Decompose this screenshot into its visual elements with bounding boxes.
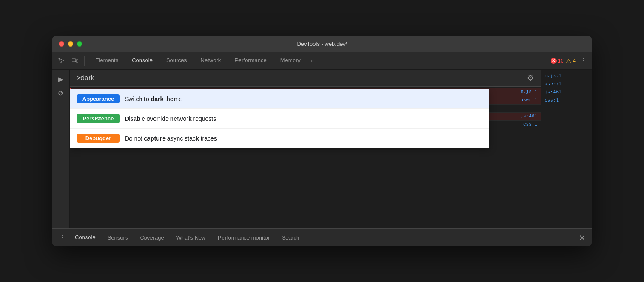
warning-count: 4 [573, 58, 576, 64]
device-toggle-button[interactable] [69, 55, 81, 67]
toolbar-divider [84, 56, 85, 66]
error-count: 10 [558, 58, 563, 64]
warning-count-badge[interactable]: ⚠ 4 [566, 57, 576, 64]
command-results-dropdown: Appearance Switch to dark theme Persiste… [70, 89, 489, 148]
left-panel: ▶ ⊘ [52, 70, 70, 228]
right-references-panel: m.js:1 user:1 js:461 css:1 [541, 70, 592, 228]
error-icon: ✕ [551, 58, 557, 64]
close-button[interactable] [59, 41, 64, 47]
gear-icon[interactable]: ⚙ [527, 73, 534, 83]
maximize-button[interactable] [77, 41, 82, 47]
tab-elements[interactable]: Elements [88, 52, 125, 70]
ref-item[interactable]: m.js:1 [541, 72, 592, 80]
title-bar: DevTools - web.dev/ [52, 36, 592, 52]
main-toolbar: Elements Console Sources Network Perform… [52, 52, 592, 70]
warning-icon: ⚠ [566, 57, 572, 64]
window-title: DevTools - web.dev/ [297, 41, 347, 47]
persistence-tag: Persistence [77, 114, 120, 123]
devtools-window: DevTools - web.dev/ Elements Console Sou… [52, 36, 592, 246]
persistence-result-text: Disable override network requests [125, 115, 216, 122]
error-count-badge[interactable]: ✕ 10 [551, 58, 563, 64]
console-line-source[interactable]: css:1 [523, 122, 537, 127]
svg-rect-0 [72, 59, 76, 62]
debugger-tag: Debugger [77, 134, 120, 143]
tab-network[interactable]: Network [194, 52, 228, 70]
ref-item[interactable]: js:461 [541, 88, 592, 96]
block-button[interactable]: ⊘ [55, 87, 67, 99]
drawer-menu-button[interactable]: ⋮ [55, 234, 69, 242]
content-area: ▶ ⊘ ⚙ Appearance Switch to dark theme [52, 70, 592, 246]
drawer-tab-whats-new[interactable]: What's New [170, 229, 212, 247]
console-line-source[interactable]: js:461 [520, 114, 537, 119]
command-result-debugger[interactable]: Debugger Do not capture async stack trac… [70, 129, 489, 148]
drawer-tab-performance-monitor[interactable]: Performance monitor [212, 229, 276, 247]
appearance-result-text: Switch to dark theme [125, 96, 182, 102]
settings-button[interactable]: ⋮ [578, 55, 589, 66]
toolbar-right: ✕ 10 ⚠ 4 ⋮ [551, 55, 589, 66]
tab-console[interactable]: Console [125, 52, 159, 70]
command-search-input[interactable] [77, 74, 524, 82]
drawer-tab-search[interactable]: Search [276, 229, 305, 247]
command-result-persistence[interactable]: Persistence Disable override network req… [70, 109, 489, 129]
minimize-button[interactable] [68, 41, 73, 47]
console-line-source[interactable]: m.js:1 [520, 89, 537, 94]
drawer-tab-coverage[interactable]: Coverage [134, 229, 170, 247]
tab-memory[interactable]: Memory [274, 52, 307, 70]
drawer-tab-console[interactable]: Console [69, 229, 102, 247]
inspect-element-button[interactable] [55, 55, 67, 67]
drawer-close-button[interactable]: ✕ [575, 233, 589, 243]
main-panel: ▶ ⊘ ⚙ Appearance Switch to dark theme [52, 70, 592, 228]
drawer-tabs: Console Sensors Coverage What's New Perf… [69, 229, 575, 247]
drawer-tab-sensors[interactable]: Sensors [102, 229, 134, 247]
command-search-bar: ⚙ [70, 70, 541, 87]
main-tabs: Elements Console Sources Network Perform… [88, 52, 549, 70]
appearance-tag: Appearance [77, 94, 120, 103]
play-button[interactable]: ▶ [55, 73, 67, 85]
debugger-result-text: Do not capture async stack traces [125, 135, 217, 142]
traffic-lights [59, 41, 82, 47]
tab-sources[interactable]: Sources [159, 52, 194, 70]
ref-item[interactable]: css:1 [541, 96, 592, 104]
svg-rect-1 [76, 60, 78, 62]
command-result-appearance[interactable]: Appearance Switch to dark theme [70, 89, 489, 109]
more-tabs-button[interactable]: » [307, 57, 317, 64]
console-area: ⚙ Appearance Switch to dark theme Persis… [70, 70, 541, 228]
tab-performance[interactable]: Performance [228, 52, 273, 70]
bottom-drawer: ⋮ Console Sensors Coverage What's New Pe… [52, 228, 592, 246]
console-line-source[interactable]: user:1 [520, 97, 537, 102]
ref-item[interactable]: user:1 [541, 80, 592, 88]
